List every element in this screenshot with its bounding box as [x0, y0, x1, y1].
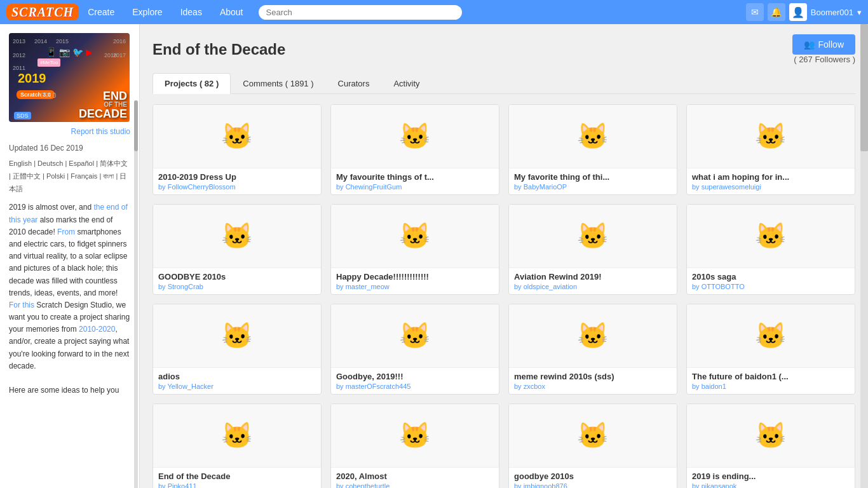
tab-activity[interactable]: Activity	[381, 73, 431, 93]
project-author: by pikansanok	[692, 482, 850, 488]
scratch-cat-icon: 🐱	[221, 121, 253, 151]
project-thumbnail: 🐱	[331, 404, 499, 468]
studio-banner: 2013 2014 2015 2016 2012 2017 2011 📱 📷 🐦…	[9, 33, 130, 122]
username-label: Boomer001	[811, 8, 853, 17]
project-thumbnail: 🐱	[687, 105, 855, 168]
user-menu[interactable]: 👤 Boomer001 ▾	[789, 3, 862, 21]
project-title: 2010-2019 Dress Up	[158, 172, 316, 182]
page-wrapper: 2013 2014 2015 2016 2012 2017 2011 📱 📷 🐦…	[0, 24, 868, 488]
project-thumbnail: 🐱	[509, 205, 677, 268]
nav-ideas-link[interactable]: Ideas	[172, 0, 211, 24]
project-title: The future of baidon1 (...	[692, 372, 850, 381]
scratch-cat-icon: 🐱	[221, 221, 253, 251]
project-card[interactable]: 🐱 End of the Decade by Pipko411	[153, 403, 322, 488]
scratch-cat-icon: 🐱	[755, 421, 787, 451]
project-thumbnail: 🐱	[687, 205, 855, 268]
scratch-logo-text[interactable]: SCRATCH	[6, 4, 79, 20]
notifications-icon[interactable]: 🔔	[768, 3, 785, 21]
project-title: End of the Decade	[158, 471, 316, 481]
sidebar: 2013 2014 2015 2016 2012 2017 2011 📱 📷 🐦…	[0, 24, 140, 488]
project-author: by imbignoob876	[514, 482, 672, 488]
follow-button[interactable]: 👥 Follow	[792, 34, 855, 55]
follow-icon: 👥	[804, 39, 815, 50]
project-author: by oldspice_aviation	[514, 283, 672, 290]
scratch-cat-icon: 🐱	[755, 221, 787, 251]
project-info: My favorite thing of thi... by BabyMario…	[509, 168, 677, 194]
scratch-cat-icon: 🐱	[399, 121, 431, 151]
project-thumbnail: 🐱	[331, 205, 499, 268]
project-thumbnail: 🐱	[509, 404, 677, 468]
project-card[interactable]: 🐱 Happy Decade!!!!!!!!!!!!! by master_me…	[330, 204, 499, 295]
page-scrollbar[interactable]	[860, 24, 868, 488]
nav-logo[interactable]: SCRATCH	[6, 5, 79, 20]
avatar: 👤	[789, 3, 807, 21]
studio-banner-inner: 2013 2014 2015 2016 2012 2017 2011 📱 📷 🐦…	[9, 33, 130, 122]
project-card[interactable]: 🐱 meme rewind 2010s (sds) by zxcbox	[508, 304, 677, 395]
project-info: 2020, Almost by cohentheturtle	[331, 468, 499, 488]
project-card[interactable]: 🐱 2010s saga by OTTOBOTTO	[686, 204, 855, 295]
studio-title: End of the Decade	[153, 41, 285, 58]
project-title: what i am hoping for in...	[692, 172, 850, 182]
project-card[interactable]: 🐱 My favorite thing of thi... by BabyMar…	[508, 104, 677, 195]
project-title: 2019 is ending...	[692, 471, 850, 481]
scratch-cat-icon: 🐱	[399, 321, 431, 351]
scratch-cat-icon: 🐱	[221, 321, 253, 351]
project-thumbnail: 🐱	[509, 304, 677, 368]
project-author: by ChewingFruitGum	[336, 183, 494, 191]
project-info: 2010s saga by OTTOBOTTO	[687, 268, 855, 294]
project-author: by zxcbox	[514, 383, 672, 390]
scratch-cat-icon: 🐱	[399, 421, 431, 451]
project-title: goodbye 2010s	[514, 471, 672, 481]
nav-icon-group: ✉ 🔔 👤 Boomer001 ▾	[746, 3, 862, 21]
project-title: Happy Decade!!!!!!!!!!!!!	[336, 272, 494, 281]
sidebar-scrollbar[interactable]	[134, 100, 138, 488]
project-info: meme rewind 2010s (sds) by zxcbox	[509, 368, 677, 394]
tab-projects[interactable]: Projects ( 82 )	[153, 73, 231, 94]
page-scrollbar-thumb[interactable]	[860, 24, 868, 151]
project-title: My favourite things of t...	[336, 172, 494, 182]
project-info: 2010-2019 Dress Up by FollowCherryBlosso…	[153, 168, 321, 194]
project-card[interactable]: 🐱 what i am hoping for in... by superawe…	[686, 104, 855, 195]
project-thumbnail: 🐱	[687, 304, 855, 368]
nav-explore-link[interactable]: Explore	[123, 0, 171, 24]
project-info: Goodbye, 2019!!! by masterOFscratch445	[331, 368, 499, 394]
nav-create-link[interactable]: Create	[79, 0, 123, 24]
search-input[interactable]	[259, 5, 462, 20]
messages-icon[interactable]: ✉	[746, 3, 764, 21]
scratch-cat-icon: 🐱	[399, 221, 431, 251]
project-card[interactable]: 🐱 adios by Yellow_Hacker	[153, 304, 322, 395]
project-card[interactable]: 🐱 My favourite things of t... by Chewing…	[330, 104, 499, 195]
project-author: by Yellow_Hacker	[158, 383, 316, 390]
project-title: Goodbye, 2019!!!	[336, 372, 494, 381]
project-title: 2020, Almost	[336, 471, 494, 481]
project-card[interactable]: 🐱 GOODBYE 2010s by StrongCrab	[153, 204, 322, 295]
project-author: by cohentheturtle	[336, 482, 494, 488]
project-info: The future of baidon1 (... by baidon1	[687, 368, 855, 394]
scratch-cat-icon: 🐱	[577, 321, 609, 351]
project-card[interactable]: 🐱 2010-2019 Dress Up by FollowCherryBlos…	[153, 104, 322, 195]
dropdown-arrow: ▾	[857, 8, 862, 17]
navigation-bar: SCRATCH Create Explore Ideas About ✉ 🔔 👤…	[0, 0, 868, 24]
nav-about-link[interactable]: About	[211, 0, 252, 24]
main-content: End of the Decade 👥 Follow ( 267 Followe…	[140, 24, 868, 488]
scratch-cat-icon: 🐱	[577, 421, 609, 451]
project-card[interactable]: 🐱 Aviation Rewind 2019! by oldspice_avia…	[508, 204, 677, 295]
sidebar-scrollbar-thumb[interactable]	[134, 100, 138, 151]
project-card[interactable]: 🐱 Goodbye, 2019!!! by masterOFscratch445	[330, 304, 499, 395]
tab-curators[interactable]: Curators	[326, 73, 382, 93]
scratch-cat-icon: 🐱	[577, 121, 609, 151]
project-author: by baidon1	[692, 383, 850, 390]
project-card[interactable]: 🐱 The future of baidon1 (... by baidon1	[686, 304, 855, 395]
project-thumbnail: 🐱	[687, 404, 855, 468]
project-card[interactable]: 🐱 2019 is ending... by pikansanok	[686, 403, 855, 488]
studio-header: End of the Decade 👥 Follow ( 267 Followe…	[153, 34, 855, 64]
scratch-cat-icon: 🐱	[755, 121, 787, 151]
report-studio-link[interactable]: Report this studio	[9, 127, 130, 136]
updated-date: Updated 16 Dec 2019	[9, 144, 130, 152]
project-card[interactable]: 🐱 2020, Almost by cohentheturtle	[330, 403, 499, 488]
followers-count: ( 267 Followers )	[792, 55, 855, 64]
project-thumbnail: 🐱	[153, 205, 321, 268]
project-card[interactable]: 🐱 goodbye 2010s by imbignoob876	[508, 403, 677, 488]
project-author: by BabyMarioOP	[514, 183, 672, 191]
tab-comments[interactable]: Comments ( 1891 )	[231, 73, 325, 93]
